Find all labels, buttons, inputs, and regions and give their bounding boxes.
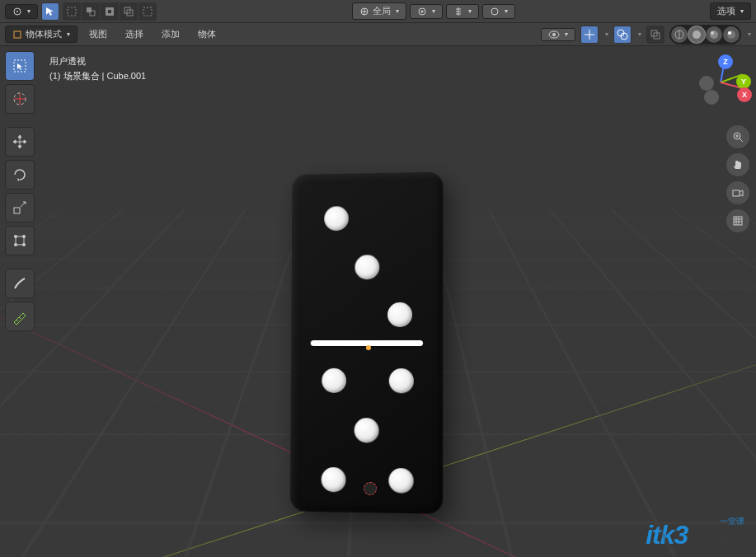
svg-point-14 bbox=[420, 10, 423, 12]
tool-measure[interactable] bbox=[5, 302, 35, 331]
svg-point-27 bbox=[693, 30, 701, 39]
pivot-dropdown[interactable]: ▾ bbox=[410, 4, 443, 19]
select-extend-icon[interactable] bbox=[82, 2, 100, 21]
svg-rect-24 bbox=[654, 33, 660, 39]
svg-line-45 bbox=[740, 138, 743, 142]
svg-line-43 bbox=[19, 317, 21, 319]
snap-dropdown[interactable]: ▾ bbox=[446, 4, 479, 19]
editor-type-dropdown[interactable]: ▾ bbox=[5, 4, 38, 19]
svg-point-38 bbox=[14, 235, 17, 238]
domino-pip bbox=[355, 255, 379, 279]
menu-select[interactable]: 选择 bbox=[119, 26, 150, 42]
options-dropdown[interactable]: 选项 ▾ bbox=[710, 2, 751, 20]
svg-rect-8 bbox=[127, 10, 133, 16]
tool-select-box[interactable] bbox=[5, 51, 35, 81]
svg-rect-6 bbox=[108, 10, 111, 13]
shading-solid-icon[interactable] bbox=[688, 26, 705, 43]
svg-rect-37 bbox=[16, 236, 24, 245]
svg-point-29 bbox=[711, 31, 714, 35]
svg-line-42 bbox=[16, 320, 18, 321]
object-origin-icon bbox=[366, 345, 371, 350]
view-buttons bbox=[726, 125, 749, 232]
gizmo-neg-axis[interactable] bbox=[699, 76, 714, 91]
perspective-toggle-button[interactable] bbox=[726, 209, 749, 232]
svg-point-15 bbox=[491, 8, 498, 15]
watermark: itk3.com bbox=[646, 520, 746, 550]
select-invert-icon[interactable] bbox=[139, 2, 157, 21]
svg-point-18 bbox=[552, 33, 556, 36]
orientation-dropdown[interactable]: 全局 ▾ bbox=[352, 2, 406, 20]
xray-toggle-icon[interactable] bbox=[646, 26, 664, 44]
svg-rect-16 bbox=[14, 31, 21, 38]
nav-gizmo[interactable]: Z Y X bbox=[692, 53, 749, 110]
svg-point-44 bbox=[734, 133, 740, 139]
shading-wireframe-icon[interactable] bbox=[671, 26, 688, 43]
svg-point-25 bbox=[675, 30, 683, 39]
domino-pip bbox=[322, 368, 346, 393]
options-label: 选项 bbox=[717, 5, 735, 17]
gizmo-z-axis[interactable]: Z bbox=[718, 54, 733, 69]
svg-rect-23 bbox=[651, 30, 657, 36]
domino-pip bbox=[322, 467, 346, 493]
domino-pip bbox=[324, 206, 349, 231]
select-subtract-icon[interactable] bbox=[101, 2, 119, 21]
viewport-3d[interactable]: 用户透视 (1) 场景集合 | Cube.001 Z Y X 一堂课 bbox=[0, 46, 756, 557]
object-domino[interactable] bbox=[290, 172, 443, 514]
overlay-toggle-icon[interactable] bbox=[613, 26, 632, 44]
select-intersect-icon[interactable] bbox=[120, 2, 138, 21]
cursor-3d-icon bbox=[364, 482, 377, 495]
menu-add[interactable]: 添加 bbox=[155, 26, 186, 42]
header-bar: ▾ 全局 ▾ ▾ ▾ ▾ 选项 ▾ bbox=[0, 0, 756, 23]
toolbar: 物体模式 ▾ 视图 选择 添加 物体 ▾ ▾ ▾ ▾ bbox=[0, 23, 756, 46]
tool-scale[interactable] bbox=[5, 193, 35, 222]
svg-point-1 bbox=[16, 11, 18, 12]
svg-point-40 bbox=[14, 243, 17, 246]
gizmo-toggle-icon[interactable] bbox=[580, 26, 599, 44]
menu-object[interactable]: 物体 bbox=[191, 26, 223, 42]
viewport-info: 用户透视 (1) 场景集合 | Cube.001 bbox=[49, 54, 146, 83]
domino-pip bbox=[387, 302, 412, 327]
tool-rotate[interactable] bbox=[5, 160, 35, 190]
domino-pip bbox=[389, 368, 414, 393]
svg-rect-9 bbox=[143, 7, 152, 16]
svg-point-41 bbox=[22, 243, 26, 246]
select-tool-icon[interactable] bbox=[41, 2, 59, 21]
tool-transform[interactable] bbox=[5, 226, 35, 255]
svg-point-21 bbox=[617, 30, 624, 36]
gizmo-x-axis[interactable]: X bbox=[737, 87, 752, 102]
domino-pip bbox=[355, 418, 379, 442]
svg-rect-36 bbox=[14, 208, 20, 213]
gizmo-neg-axis[interactable] bbox=[704, 90, 719, 105]
tool-move[interactable] bbox=[5, 127, 35, 157]
svg-rect-3 bbox=[87, 7, 92, 12]
menu-view[interactable]: 视图 bbox=[82, 26, 114, 42]
camera-view-button[interactable] bbox=[726, 181, 749, 204]
proportional-dropdown[interactable]: ▾ bbox=[482, 4, 515, 19]
svg-rect-48 bbox=[733, 190, 740, 196]
visibility-dropdown[interactable]: ▾ bbox=[541, 28, 575, 41]
svg-point-39 bbox=[22, 235, 26, 238]
tool-annotate[interactable] bbox=[5, 269, 35, 298]
select-all-icon[interactable] bbox=[63, 2, 81, 21]
watermark-suffix: .com bbox=[688, 520, 746, 550]
svg-point-30 bbox=[727, 30, 735, 39]
view-type-label: 用户透视 bbox=[49, 54, 146, 69]
left-toolbar bbox=[5, 51, 35, 331]
shading-material-icon[interactable] bbox=[706, 26, 722, 43]
svg-point-10 bbox=[361, 8, 368, 15]
svg-rect-5 bbox=[106, 7, 114, 16]
svg-rect-7 bbox=[124, 7, 130, 13]
tool-cursor[interactable] bbox=[5, 84, 35, 114]
svg-rect-4 bbox=[90, 11, 95, 16]
svg-point-0 bbox=[14, 8, 21, 15]
zoom-button[interactable] bbox=[726, 125, 749, 148]
svg-point-33 bbox=[14, 93, 26, 105]
svg-point-13 bbox=[419, 8, 425, 15]
svg-point-31 bbox=[728, 31, 731, 35]
svg-point-17 bbox=[549, 31, 559, 38]
mode-dropdown[interactable]: 物体模式 ▾ bbox=[5, 26, 77, 43]
select-mode-group bbox=[63, 2, 157, 21]
pan-button[interactable] bbox=[726, 153, 749, 176]
mode-label: 物体模式 bbox=[26, 28, 62, 40]
shading-rendered-icon[interactable] bbox=[723, 26, 740, 43]
